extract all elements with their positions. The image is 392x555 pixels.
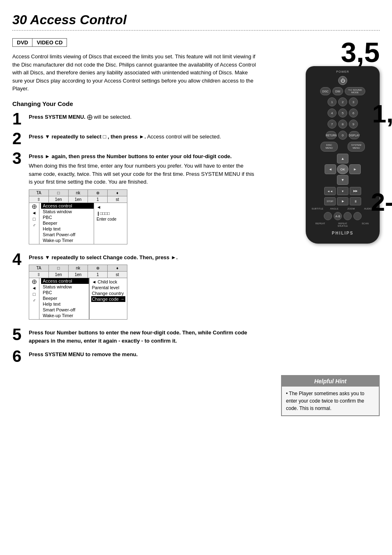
num-3-button[interactable]: 3	[349, 97, 358, 106]
nav-up-button[interactable]: ▲	[337, 154, 348, 164]
step-4-number: 4	[12, 251, 24, 267]
num-5-button[interactable]: 5	[338, 108, 347, 117]
page-container: 30 Access Control DVD VIDEO CD Access Co…	[12, 12, 380, 416]
format-badges: DVD VIDEO CD	[12, 38, 256, 47]
menu-row: DISCMENU SYSTEMMENU	[321, 142, 365, 152]
prev-button[interactable]: ▼	[337, 187, 348, 195]
step-2-number: 2	[12, 130, 24, 147]
page-title: 30 Access Control	[12, 12, 380, 28]
num-0-button[interactable]: 0	[338, 131, 347, 140]
step-1: 1 Press SYSTEM MENU. ⨁ will be selected.	[12, 113, 256, 127]
step-6-content: Press SYSTEM MENU to remove the menu.	[29, 350, 256, 359]
dvd-badge: DVD	[12, 38, 32, 47]
num-7-button[interactable]: 7	[327, 120, 337, 129]
num-1-button[interactable]: 1	[327, 97, 337, 106]
step-6: 6 Press SYSTEM MENU to remove the menu.	[12, 350, 256, 364]
step-3-content: Press ► again, then press the Number but…	[29, 152, 256, 248]
intro-text: Access Control limits viewing of Discs t…	[12, 53, 256, 93]
label-row-1: SUBTITLE ANGLE ZOOM AUDIO	[309, 207, 376, 210]
step-1-content: Press SYSTEM MENU. ⨁ will be selected.	[29, 113, 256, 121]
disc-button[interactable]: DISC	[320, 87, 331, 95]
step-3-number: 3	[12, 150, 24, 166]
step-5-content: Press four Number buttons to enter the n…	[29, 329, 256, 345]
nav-pad: ▲ ◄ OK ► ▼	[325, 154, 361, 185]
helpful-hint-content: • The Player sometimes asks you to enter…	[282, 387, 379, 415]
section-divider	[12, 30, 380, 31]
transport-row: STOP ▶ ⏸	[324, 197, 361, 205]
step-6-number: 6	[12, 348, 24, 364]
videocd-badge: VIDEO CD	[32, 38, 67, 47]
ff-button[interactable]: ▶▶	[350, 187, 361, 195]
step-5: 5 Press four Number buttons to enter the…	[12, 329, 256, 345]
num-8-button[interactable]: 8	[338, 120, 347, 129]
section-title: Changing Your Code	[12, 100, 256, 107]
zoom-button[interactable]	[344, 212, 352, 220]
num-row-3: 7 8 9	[327, 120, 358, 129]
label-row-2: REPEAT REPEATSHUFFLE SCAN	[309, 222, 376, 227]
tc-sound-button[interactable]: T-C SOUND MODE	[345, 87, 365, 95]
left-column: DVD VIDEO CD Access Control limits viewi…	[12, 38, 265, 416]
nav-left-button[interactable]: ◄	[325, 164, 336, 174]
step-3: 3 Press ► again, then press the Number b…	[12, 152, 256, 248]
main-layout: DVD VIDEO CD Access Control limits viewi…	[12, 38, 380, 416]
menu-diagram-2: TA □ nk ⊕ ♦ ⇳ 1en 1en 1 st	[29, 265, 127, 320]
subtitle-button[interactable]	[324, 212, 332, 220]
pause-button[interactable]: ⏸	[350, 197, 361, 205]
helpful-hint-box: Helpful Hint • The Player sometimes asks…	[281, 375, 380, 416]
power-button[interactable]: ⏻	[338, 76, 347, 85]
step-2: 2 Press ▼ repeatedly to select □ , then …	[12, 133, 256, 147]
right-column: 3,5 POWER ⏻ DISC DIM T-C SOUND MODE 1 2 …	[265, 38, 380, 416]
nav-right-button[interactable]: ►	[349, 164, 361, 174]
helpful-hint-title: Helpful Hint	[282, 376, 379, 387]
play-button[interactable]: ▶	[337, 197, 348, 205]
top-buttons-row: DISC DIM T-C SOUND MODE	[320, 87, 365, 95]
angle-button[interactable]: A-B	[334, 212, 342, 220]
audio-button[interactable]	[353, 212, 362, 220]
disc-menu-button[interactable]: DISCMENU	[321, 142, 338, 152]
dim-button[interactable]: DIM	[332, 87, 343, 95]
big-number-35: 3,5	[341, 38, 380, 66]
num-row-1: 1 2 3	[327, 97, 358, 106]
num-2-button[interactable]: 2	[338, 97, 347, 106]
helpful-hint-text: The Player sometimes asks you to enter y…	[286, 391, 364, 411]
display-button[interactable]: DISPLAY	[349, 131, 360, 139]
num-row-2: 4 5 6	[327, 108, 358, 117]
system-menu-button[interactable]: SYSTEMMENU	[348, 142, 365, 152]
rewind-button[interactable]: ◄◄	[324, 187, 336, 195]
ok-button[interactable]: OK	[337, 164, 348, 174]
num-4-button[interactable]: 4	[327, 108, 337, 117]
step-4: 4 Press ▼ repeatedly to select Change co…	[12, 253, 256, 323]
philips-logo: PHILIPS	[332, 231, 354, 235]
playback-row: ◄◄ ▼ ▶▶	[324, 187, 361, 195]
step-2-content: Press ▼ repeatedly to select □ , then pr…	[29, 133, 256, 141]
remote-control: POWER ⏻ DISC DIM T-C SOUND MODE 1 2 3 4	[306, 66, 380, 244]
big-number-16: 1,6	[372, 101, 392, 127]
stop-button[interactable]: STOP	[324, 197, 336, 205]
step-1-number: 1	[12, 111, 24, 127]
return-button[interactable]: RETURN	[326, 131, 337, 139]
power-label: POWER	[336, 70, 349, 73]
num-6-button[interactable]: 6	[349, 108, 358, 117]
menu-diagram-1: TA □ nk ⊕ ♦ ⇳ 1en 1en 1 st	[29, 189, 127, 244]
step-4-content: Press ▼ repeatedly to select Change code…	[29, 253, 256, 323]
nav-down-button[interactable]: ▼	[337, 175, 348, 185]
return-zero-display-row: RETURN 0 DISPLAY	[326, 131, 360, 140]
big-number-24: 2-4	[371, 189, 392, 215]
bottom-btn-row: A-B	[324, 212, 362, 220]
num-9-button[interactable]: 9	[349, 120, 358, 129]
step-5-number: 5	[12, 326, 24, 343]
